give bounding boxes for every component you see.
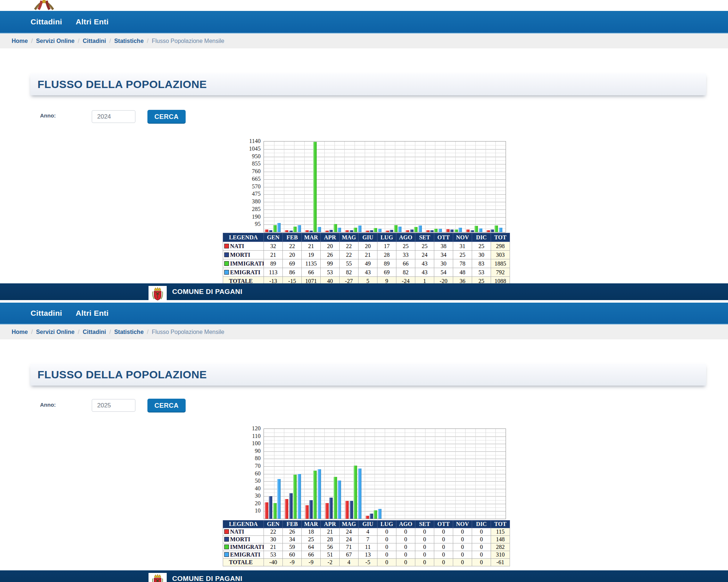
bar-nati-ago — [405, 230, 409, 232]
breadcrumb-home[interactable]: Home — [12, 38, 28, 44]
bar-emigrati-nov — [479, 228, 482, 232]
cerca-button[interactable]: CERCA — [147, 110, 186, 124]
breadcrumb-separator: / — [109, 329, 111, 335]
legend-swatch-emigrati — [224, 270, 229, 275]
bar-immigrati-feb — [293, 227, 297, 232]
table-header-month: LUG — [377, 233, 396, 242]
table-cell: 82 — [396, 268, 415, 277]
bar-morti-feb — [289, 493, 293, 519]
gridline-v — [405, 141, 405, 232]
breadcrumb-servizi-online[interactable]: Servizi Online — [36, 329, 75, 335]
table-header-month: AGO — [396, 521, 415, 528]
bar-nati-mar — [305, 505, 309, 519]
table-header-month: FEB — [283, 233, 302, 242]
gridline-v — [344, 429, 345, 519]
y-axis-tick-label: 110 — [238, 432, 261, 440]
bar-emigrati-mag — [358, 226, 361, 232]
table-cell: 30 — [264, 536, 283, 543]
table-cell: 0 — [377, 536, 396, 543]
table-cell: 82 — [340, 268, 359, 277]
bar-morti-gen — [269, 496, 272, 519]
bar-nati-mag — [345, 230, 349, 232]
breadcrumb-separator: / — [31, 329, 32, 335]
bar-emigrati-dic — [499, 228, 502, 232]
gridline-v — [385, 141, 385, 232]
table-cell: 4 — [340, 559, 359, 566]
table-cell: 18 — [302, 528, 321, 536]
bar-nati-apr — [325, 503, 329, 519]
gridline-v — [486, 141, 486, 232]
breadcrumb-statistiche[interactable]: Statistiche — [114, 329, 144, 335]
anno-input[interactable] — [92, 110, 135, 123]
table-header-month: OTT — [434, 521, 453, 528]
nav-item-altri-enti[interactable]: Altri Enti — [76, 309, 109, 318]
table-cell: 0 — [377, 551, 396, 559]
table-cell: 0 — [453, 528, 472, 536]
table-cell: 31 — [453, 242, 472, 251]
gridline-v — [475, 141, 476, 232]
table-cell: 34 — [283, 536, 302, 543]
gridline-v — [335, 141, 335, 232]
table-header-month: GIU — [359, 521, 377, 528]
table-cell: -9 — [283, 559, 302, 566]
gridline-v — [435, 429, 435, 519]
population-table: LEGENDAGENFEBMARAPRMAGGIULUGAGOSETOTTNOV… — [223, 233, 510, 286]
breadcrumb-home[interactable]: Home — [12, 329, 28, 335]
breadcrumb-separator: / — [147, 329, 149, 335]
table-row: IMMIGRATI215964567111000000282 — [223, 543, 510, 551]
main-nav: Cittadini Altri Enti — [0, 11, 728, 33]
table-cell: 0 — [434, 559, 453, 566]
table-header-month: FEB — [283, 521, 302, 528]
breadcrumb-servizi-online[interactable]: Servizi Online — [36, 38, 75, 44]
y-axis-tick-label: 475 — [238, 190, 261, 198]
table-cell: 19 — [302, 251, 321, 259]
bar-immigrati-apr — [333, 224, 337, 232]
gridline-v — [344, 141, 345, 232]
breadcrumb-cittadini[interactable]: Cittadini — [83, 38, 106, 44]
table-cell: 21 — [264, 543, 283, 551]
legend-swatch-immigrati — [224, 545, 229, 549]
table-row-label-totale: TOTALE — [223, 559, 264, 566]
table-row: MORTI30342528247000000148 — [223, 536, 510, 543]
table-cell: -9 — [302, 559, 321, 566]
bar-immigrati-giu — [373, 510, 377, 519]
table-cell: 0 — [396, 528, 415, 536]
bar-immigrati-mag — [353, 228, 357, 232]
cerca-button[interactable]: CERCA — [147, 399, 186, 412]
nav-item-cittadini[interactable]: Cittadini — [31, 17, 62, 26]
bar-emigrati-mag — [358, 469, 361, 519]
breadcrumb-cittadini[interactable]: Cittadini — [83, 329, 106, 335]
gridline-v — [324, 429, 325, 519]
table-cell: 25 — [415, 242, 434, 251]
table-cell: 0 — [434, 543, 453, 551]
y-axis-tick-label: 70 — [238, 462, 261, 470]
nav-item-altri-enti[interactable]: Altri Enti — [76, 17, 109, 26]
breadcrumb-statistiche[interactable]: Statistiche — [114, 38, 144, 44]
table-cell: 26 — [321, 251, 340, 259]
bar-emigrati-apr — [337, 481, 341, 519]
nav-item-cittadini[interactable]: Cittadini — [31, 309, 62, 318]
table-cell: 60 — [283, 551, 302, 559]
table-cell: -40 — [264, 559, 283, 566]
table-row: NATI22261821244000000115 — [223, 528, 510, 536]
table-row-label: IMMIGRATI — [223, 543, 264, 551]
table-cell: 0 — [453, 536, 472, 543]
y-axis-tick-label: 60 — [238, 470, 261, 477]
bar-immigrati-dic — [494, 226, 498, 232]
breadcrumb: Home/Servizi Online/Cittadini/Statistich… — [0, 33, 728, 48]
y-axis-tick-label: 190 — [238, 213, 261, 220]
main-nav: Cittadini Altri Enti — [0, 303, 728, 324]
gridline-v — [284, 429, 284, 519]
table-cell: 0 — [377, 543, 396, 551]
anno-input[interactable] — [92, 399, 135, 412]
table-cell: 0 — [415, 528, 434, 536]
table-row: TOTALE-40-9-9-24-5000000-61 — [223, 559, 510, 566]
gridline-v — [405, 429, 405, 519]
table-cell: 89 — [264, 259, 283, 268]
table-cell: 113 — [264, 268, 283, 277]
bar-nati-feb — [285, 499, 288, 519]
gridline-v — [425, 141, 426, 232]
table-header-month: AGO — [396, 233, 415, 242]
breadcrumb-separator: / — [31, 38, 32, 44]
table-cell: 55 — [340, 259, 359, 268]
